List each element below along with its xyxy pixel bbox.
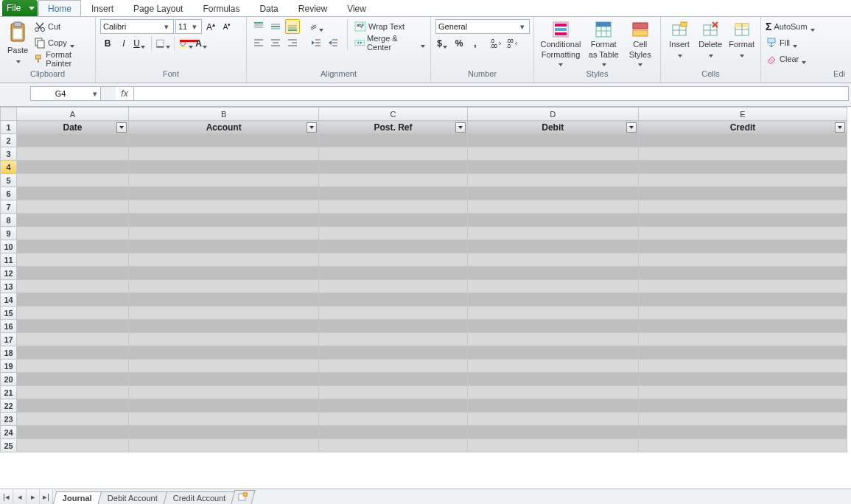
paste-button[interactable]: Paste [4, 19, 31, 63]
cell[interactable] [639, 399, 847, 413]
cell[interactable] [319, 161, 467, 174]
cell[interactable] [467, 426, 638, 439]
cell[interactable] [319, 200, 467, 214]
cell[interactable] [319, 174, 467, 187]
cell[interactable] [128, 346, 319, 360]
format-cells-button[interactable]: Format [727, 19, 756, 57]
table-header-cell[interactable]: Account [128, 121, 319, 134]
cell[interactable] [467, 280, 638, 293]
row-header[interactable]: 12 [1, 267, 17, 280]
conditional-formatting-button[interactable]: Conditional Formatting [539, 19, 583, 69]
cell[interactable] [17, 413, 129, 426]
sheet-nav-first[interactable]: |◂ [0, 489, 13, 504]
cell[interactable] [319, 413, 467, 426]
cell[interactable] [639, 386, 847, 399]
cell[interactable] [128, 147, 319, 161]
align-bottom-button[interactable] [285, 19, 300, 34]
row-header[interactable]: 10 [1, 240, 17, 253]
cell[interactable] [467, 227, 638, 240]
cell[interactable] [467, 214, 638, 227]
sheet-nav-last[interactable]: ▸| [40, 489, 53, 504]
cell[interactable] [319, 373, 467, 386]
cell[interactable] [17, 399, 129, 413]
sheet-tab-credit-account[interactable]: Credit Account [163, 491, 235, 504]
cell[interactable] [467, 439, 638, 452]
column-header-E[interactable]: E [639, 108, 847, 121]
cell[interactable] [467, 320, 638, 333]
cell[interactable] [17, 227, 129, 240]
font-color-button[interactable]: A [195, 36, 209, 51]
accounting-format-button[interactable]: $ [435, 36, 450, 51]
cell[interactable] [467, 293, 638, 307]
cell[interactable] [17, 147, 129, 161]
column-header-D[interactable]: D [467, 108, 638, 121]
row-header[interactable]: 22 [1, 399, 17, 413]
row-header[interactable]: 18 [1, 346, 17, 360]
number-format-combo[interactable]: General▾ [435, 19, 530, 34]
cell[interactable] [319, 253, 467, 267]
cell[interactable] [639, 200, 847, 214]
percent-button[interactable]: % [452, 36, 466, 51]
cell[interactable] [17, 373, 129, 386]
cell[interactable] [128, 187, 319, 200]
cell[interactable] [467, 187, 638, 200]
worksheet-grid[interactable]: ABCDE1DateAccountPost. RefDebitCredit234… [0, 107, 851, 489]
cell[interactable] [17, 386, 129, 399]
cell[interactable] [639, 280, 847, 293]
cell[interactable] [319, 346, 467, 360]
formula-input[interactable] [133, 86, 849, 101]
cell[interactable] [639, 293, 847, 307]
cell[interactable] [467, 333, 638, 346]
cell[interactable] [128, 307, 319, 320]
cell[interactable] [467, 346, 638, 360]
row-header[interactable]: 11 [1, 253, 17, 267]
cell[interactable] [639, 240, 847, 253]
sheet-tab-debit-account[interactable]: Debit Account [97, 491, 167, 504]
insert-cells-button[interactable]: Insert [665, 19, 693, 57]
cell[interactable] [17, 346, 129, 360]
orientation-button[interactable]: ab [309, 19, 323, 34]
cell[interactable] [467, 253, 638, 267]
tab-insert[interactable]: Insert [82, 0, 123, 16]
cell[interactable] [128, 253, 319, 267]
filter-dropdown-button[interactable] [455, 122, 466, 133]
cell[interactable] [17, 360, 129, 373]
tab-formulas[interactable]: Formulas [193, 0, 249, 16]
cell[interactable] [128, 373, 319, 386]
cell[interactable] [128, 134, 319, 147]
fill-button[interactable]: Fill [766, 35, 847, 50]
filter-dropdown-button[interactable] [626, 122, 637, 133]
cell[interactable] [128, 426, 319, 439]
cell[interactable] [639, 439, 847, 452]
cell[interactable] [17, 214, 129, 227]
align-left-button[interactable] [251, 35, 266, 50]
row-header[interactable]: 25 [1, 439, 17, 452]
cell[interactable] [467, 360, 638, 373]
cell[interactable] [128, 399, 319, 413]
cell[interactable] [319, 227, 467, 240]
comma-style-button[interactable]: , [468, 36, 483, 51]
cell[interactable] [17, 280, 129, 293]
delete-cells-button[interactable]: Delete [696, 19, 724, 57]
cell[interactable] [17, 187, 129, 200]
cell[interactable] [128, 227, 319, 240]
sheet-nav-prev[interactable]: ◂ [13, 489, 27, 504]
cell[interactable] [639, 333, 847, 346]
cell[interactable] [319, 187, 467, 200]
increase-font-button[interactable]: A▴ [203, 19, 218, 34]
cell[interactable] [319, 320, 467, 333]
table-header-cell[interactable]: Credit [639, 121, 847, 134]
align-center-button[interactable] [268, 35, 283, 50]
cell[interactable] [639, 147, 847, 161]
decrease-font-button[interactable]: A▾ [220, 19, 234, 34]
tab-review[interactable]: Review [289, 0, 337, 16]
cell[interactable] [17, 174, 129, 187]
cell-styles-button[interactable]: Cell Styles [624, 19, 656, 69]
autosum-button[interactable]: Σ AutoSum [766, 19, 847, 34]
format-painter-button[interactable]: Format Painter [34, 52, 91, 66]
sheet-nav-next[interactable]: ▸ [27, 489, 40, 504]
font-name-combo[interactable]: Calibri▾ [100, 19, 174, 34]
row-header[interactable]: 1 [1, 121, 17, 134]
cell[interactable] [128, 439, 319, 452]
filter-dropdown-button[interactable] [116, 122, 127, 133]
